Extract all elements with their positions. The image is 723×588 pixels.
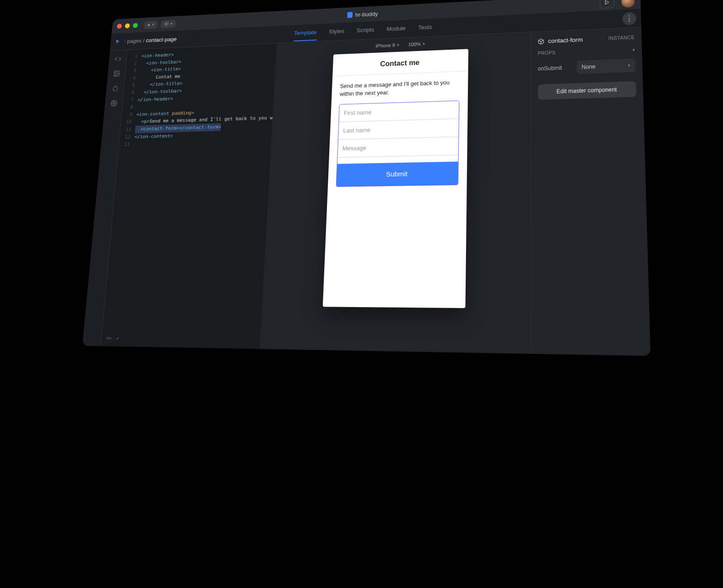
last-name-field[interactable]: Last name (338, 119, 459, 140)
inspector-panel: contact-form INSTANCE PROPS ▾ onSubmit N… (530, 28, 650, 356)
project-name: hr-buddy (355, 10, 378, 18)
contact-form: First name Last name Message Submit (336, 100, 459, 187)
device-preview: Contact me Send me a message and I'll ge… (322, 49, 468, 308)
code-icon[interactable] (114, 55, 121, 63)
message-field[interactable]: Message (337, 137, 458, 158)
tab-module[interactable]: Module (386, 21, 406, 37)
code-footer-left[interactable]: <> (105, 334, 112, 342)
breadcrumb[interactable]: ‹ pages / contact-page (124, 36, 177, 45)
tab-styles[interactable]: Styles (328, 23, 345, 40)
intro-text: Send me a message and I'll get back to y… (339, 79, 459, 98)
zoom-selector[interactable]: 100% ▾ (408, 41, 424, 47)
breadcrumb-parent[interactable]: pages (127, 37, 142, 44)
breadcrumb-current: contact-page (145, 36, 177, 44)
device-selector[interactable]: iPhone 8 ▾ (375, 42, 399, 49)
image-icon[interactable] (112, 70, 121, 78)
code-editor[interactable]: 1<ion-header>2 <ion-toolbar>3 <ion-title… (101, 43, 276, 349)
prop-name: onSubmit (537, 65, 562, 72)
cursor-icon[interactable] (114, 38, 121, 45)
props-section-label[interactable]: PROPS ▾ (537, 47, 635, 56)
tab-template[interactable]: Template (294, 25, 317, 42)
submit-button[interactable]: Submit (336, 162, 457, 187)
more-button[interactable]: ⋮ (622, 12, 636, 25)
drop-icon[interactable] (111, 84, 119, 92)
app-window: +▾ ▾ hr-buddy ‹ pages / contact-page (82, 0, 650, 356)
component-icon (537, 38, 544, 44)
gear-icon[interactable] (109, 99, 117, 107)
svg-point-4 (112, 103, 114, 104)
instance-badge: INSTANCE (608, 35, 635, 41)
prop-value-select[interactable]: None ▾ (576, 58, 635, 74)
svg-point-3 (115, 72, 116, 73)
edit-master-button[interactable]: Edit master component (537, 81, 636, 100)
tab-scripts[interactable]: Scripts (356, 22, 374, 39)
preview-panel: iPhone 8 ▾ 100% ▾ Contact me Send me a m… (259, 32, 531, 354)
code-footer-right[interactable]: ↗ (115, 335, 119, 343)
tab-tests[interactable]: Tests (418, 19, 432, 36)
component-name: contact-form (548, 36, 583, 44)
file-icon (347, 12, 353, 18)
